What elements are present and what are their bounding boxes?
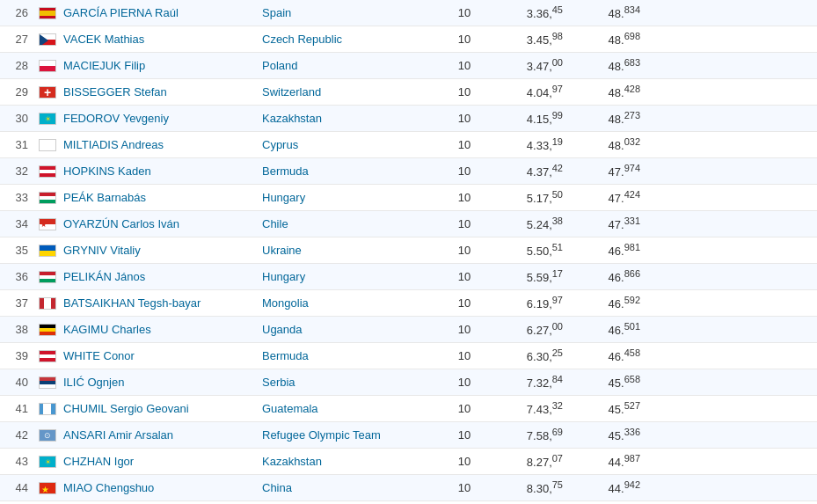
athlete-name[interactable]: MACIEJUK Filip (60, 59, 262, 72)
table-row: 36 PELIKÁN János Hungary 10 5.59,17 46.8… (0, 264, 817, 290)
country-flag (39, 482, 56, 494)
table-row: 33 PEÁK Barnabás Hungary 10 5.17,50 47.4… (0, 185, 817, 211)
country-name[interactable]: Ukraine (262, 244, 438, 257)
athlete-name[interactable]: FEDOROV Yevgeniy (60, 112, 262, 125)
athlete-name[interactable]: ILIĆ Ognjen (60, 376, 262, 389)
country-name[interactable]: Serbia (262, 376, 438, 389)
score: 10 (438, 164, 491, 178)
athlete-name[interactable]: WHITE Conor (60, 349, 262, 362)
flag-cell (35, 165, 60, 178)
table-row: 27 VACEK Mathias Czech Republic 10 3.45,… (0, 26, 817, 53)
results-table: 26 GARCÍA PIERNA Raúl Spain 10 3.36,45 4… (0, 0, 817, 504)
country-name[interactable]: Bermuda (262, 164, 438, 178)
country-name[interactable]: Uganda (262, 323, 438, 336)
total: 46.458 (570, 347, 640, 363)
country-name[interactable]: Hungary (262, 270, 438, 283)
country-name[interactable]: Cyprus (262, 138, 438, 151)
total: 48.032 (570, 136, 640, 152)
time: 4.37,42 (491, 163, 570, 179)
time: 8.27,07 (491, 453, 570, 469)
time: 7.32,84 (491, 374, 570, 390)
total: 48.698 (570, 31, 640, 47)
country-name[interactable]: Chile (262, 217, 438, 230)
athlete-name[interactable]: HOPKINS Kaden (60, 164, 262, 178)
table-row: 38 KAGIMU Charles Uganda 10 6.27,00 46.5… (0, 317, 817, 343)
country-name[interactable]: Switzerland (262, 85, 438, 99)
athlete-name[interactable]: GARCÍA PIERNA Raúl (60, 6, 262, 19)
total: 47.974 (570, 163, 640, 179)
athlete-name[interactable]: VACEK Mathias (60, 33, 262, 46)
time: 5.59,17 (491, 268, 570, 284)
table-row: 26 GARCÍA PIERNA Raúl Spain 10 3.36,45 4… (0, 0, 817, 26)
table-row: 37 BATSAIKHAN Tegsh-bayar Mongolia 10 6.… (0, 290, 817, 317)
country-flag (39, 271, 56, 283)
rank: 38 (4, 323, 35, 336)
country-name[interactable]: Spain (262, 6, 438, 19)
athlete-name[interactable]: MILTIADIS Andreas (60, 138, 262, 151)
athlete-name[interactable]: CHUMIL Sergio Geovani (60, 402, 262, 415)
total: 47.331 (570, 215, 640, 231)
time: 3.45,98 (491, 31, 570, 47)
country-name[interactable]: Poland (262, 59, 438, 72)
athlete-name[interactable]: PELIKÁN János (60, 270, 262, 283)
country-name[interactable]: Hungary (262, 191, 438, 204)
athlete-name[interactable]: PEÁK Barnabás (60, 191, 262, 204)
flag-cell (35, 113, 60, 125)
athlete-name[interactable]: MIAO Chengshuo (60, 481, 262, 494)
athlete-name[interactable]: OYARZÚN Carlos Iván (60, 217, 262, 230)
rank: 31 (4, 138, 35, 151)
country-name[interactable]: Kazakhstan (262, 455, 438, 468)
flag-cell (35, 245, 60, 257)
country-flag (39, 7, 56, 19)
flag-cell (35, 192, 60, 204)
table-row: 30 FEDOROV Yevgeniy Kazakhstan 10 4.15,9… (0, 106, 817, 132)
country-flag (39, 376, 56, 389)
country-flag (39, 86, 56, 99)
rank: 43 (4, 455, 35, 468)
country-flag (39, 60, 56, 72)
score: 10 (438, 85, 491, 99)
athlete-name[interactable]: BATSAIKHAN Tegsh-bayar (60, 296, 262, 310)
time: 5.17,50 (491, 189, 570, 205)
country-name[interactable]: Mongolia (262, 296, 438, 310)
score: 10 (438, 323, 491, 336)
total: 48.683 (570, 57, 640, 73)
rank: 37 (4, 296, 35, 310)
table-row: 31 MILTIADIS Andreas Cyprus 10 4.33,19 4… (0, 132, 817, 158)
athlete-name[interactable]: GRYNIV Vitaliy (60, 244, 262, 257)
flag-cell (35, 350, 60, 362)
athlete-name[interactable]: KAGIMU Charles (60, 323, 262, 336)
time: 4.15,99 (491, 110, 570, 126)
athlete-name[interactable]: ANSARI Amir Arsalan (60, 428, 262, 442)
score: 10 (438, 349, 491, 362)
total: 45.336 (570, 427, 640, 442)
total: 44.942 (570, 479, 640, 495)
country-flag (39, 33, 56, 46)
flag-cell (35, 139, 60, 151)
rank: 44 (4, 481, 35, 494)
country-name[interactable]: Guatemala (262, 402, 438, 415)
score: 10 (438, 33, 491, 46)
rank: 39 (4, 349, 35, 362)
score: 10 (438, 244, 491, 257)
time: 3.47,00 (491, 57, 570, 73)
time: 6.27,00 (491, 321, 570, 337)
time: 3.36,45 (491, 4, 570, 20)
time: 7.43,32 (491, 400, 570, 416)
athlete-name[interactable]: BISSEGGER Stefan (60, 85, 262, 99)
time: 4.33,19 (491, 136, 570, 152)
athlete-name[interactable]: CHZHAN Igor (60, 455, 262, 468)
total: 48.428 (570, 84, 640, 99)
score: 10 (438, 376, 491, 389)
table-row: 39 WHITE Conor Bermuda 10 6.30,25 46.458 (0, 343, 817, 369)
score: 10 (438, 59, 491, 72)
country-flag (39, 324, 56, 336)
score: 10 (438, 6, 491, 19)
country-name[interactable]: China (262, 481, 438, 494)
country-name[interactable]: Refugee Olympic Team (262, 428, 438, 442)
country-name[interactable]: Czech Republic (262, 33, 438, 46)
flag-cell (35, 86, 60, 99)
score: 10 (438, 296, 491, 310)
country-name[interactable]: Kazakhstan (262, 112, 438, 125)
country-name[interactable]: Bermuda (262, 349, 438, 362)
